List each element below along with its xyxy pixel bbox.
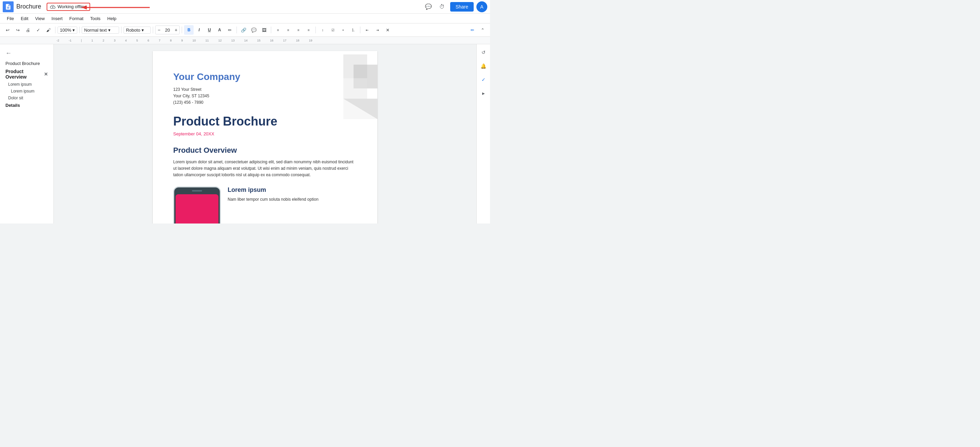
document-title[interactable]: Brochure [16, 3, 41, 10]
decrease-indent[interactable]: ⇤ [363, 25, 372, 35]
menu-format[interactable]: Format [67, 15, 86, 22]
menu-insert[interactable]: Insert [49, 15, 65, 22]
right-panel: ↺ 🔔 ✓ ▶ [476, 44, 490, 224]
phone-mockup [173, 186, 221, 224]
company-address: 123 Your Street Your City, ST 12345 (123… [173, 86, 357, 106]
font-size-value[interactable]: 20 [162, 27, 172, 33]
style-select[interactable]: Normal text ▾ [82, 27, 119, 34]
avatar[interactable]: A [476, 2, 487, 12]
refresh-icon[interactable]: ↺ [478, 47, 489, 58]
sidebar-item-details[interactable]: Details [0, 101, 53, 109]
document-main-title: Product Brochure [173, 114, 357, 129]
sidebar-label: Lorem ipsum [8, 82, 32, 87]
print-button[interactable]: 🖨 [23, 25, 33, 35]
docs-logo [3, 2, 14, 12]
text-color-button[interactable]: A [215, 25, 224, 35]
align-left[interactable]: ≡ [273, 25, 283, 35]
sep6 [237, 27, 237, 33]
phone-screen [176, 194, 218, 224]
highlight-button[interactable]: ✏ [225, 25, 234, 35]
align-center[interactable]: ≡ [283, 25, 293, 35]
checklist[interactable]: ☑ [328, 25, 337, 35]
zoom-value: 100% [60, 27, 71, 33]
sep5 [182, 27, 182, 33]
font-select[interactable]: Roboto ▾ [124, 27, 151, 34]
increase-indent[interactable]: ⇥ [372, 25, 382, 35]
sidebar-item-product-brochure[interactable]: Product Brochure [0, 59, 53, 67]
paintformat-button[interactable]: 🖌 [43, 25, 53, 35]
sep7 [271, 27, 271, 33]
address-line3: (123) 456 - 7890 [173, 100, 204, 105]
ruler: -2 -1 | 1 2 3 4 5 6 7 8 9 10 11 12 13 14… [0, 37, 490, 44]
menu-file[interactable]: File [4, 15, 17, 22]
sidebar-label: Product Brochure [5, 61, 40, 66]
sidebar-label: Dolor sit [8, 95, 23, 100]
menu-help[interactable]: Help [105, 15, 119, 22]
sidebar-back-button[interactable]: ← [0, 48, 53, 59]
comment-button[interactable]: 💬 [423, 2, 434, 12]
sidebar: ← Product Brochure Product Overview ✕ Lo… [0, 44, 54, 224]
sidebar-label: Lorem ipsum [11, 89, 34, 94]
menu-edit[interactable]: Edit [18, 15, 31, 22]
ruler-marks: -2 -1 | 1 2 3 4 5 6 7 8 9 10 11 12 13 14… [56, 39, 312, 42]
zoom-control[interactable]: 100% ▾ [57, 27, 77, 34]
align-right[interactable]: ≡ [294, 25, 303, 35]
image-button[interactable]: 🖼 [259, 25, 269, 35]
bullet-list[interactable]: • [338, 25, 348, 35]
address-line2: Your City, ST 12345 [173, 94, 209, 98]
document-date: September 04, 20XX [173, 131, 357, 137]
sidebar-item-product-overview[interactable]: Product Overview ✕ [0, 67, 53, 81]
bold-button[interactable]: B [184, 25, 194, 35]
font-size-decrease[interactable]: − [156, 25, 162, 34]
redo-button[interactable]: ↪ [13, 25, 22, 35]
spellcheck-button[interactable]: ✓ [33, 25, 43, 35]
collapse-toolbar[interactable]: ⌃ [478, 25, 487, 35]
link-button[interactable]: 🔗 [239, 25, 248, 35]
font-value: Roboto [126, 27, 140, 33]
menubar: File Edit View Insert Format Tools Help [0, 14, 490, 23]
lorem-ipsum-section: Lorem ipsum Nam liber tempor cum soluta … [228, 186, 357, 203]
style-arrow: ▾ [108, 27, 111, 33]
main-area: ← Product Brochure Product Overview ✕ Lo… [0, 44, 490, 224]
style-value: Normal text [84, 27, 107, 33]
italic-button[interactable]: I [194, 25, 204, 35]
font-size-control: − 20 + [155, 25, 180, 34]
edit-mode[interactable]: ✏ [468, 25, 477, 35]
sidebar-label: Details [5, 103, 20, 108]
undo-button[interactable]: ↩ [3, 25, 12, 35]
expand-right[interactable]: ▶ [478, 88, 489, 99]
lorem-ipsum-title: Lorem ipsum [228, 186, 357, 194]
sidebar-item-lorem2[interactable]: Lorem ipsum [0, 88, 53, 95]
sep9 [360, 27, 360, 33]
share-button[interactable]: Share [450, 2, 474, 11]
document-area[interactable]: Your Company 123 Your Street Your City, … [54, 44, 476, 224]
address-line1: 123 Your Street [173, 87, 202, 92]
zoom-arrow: ▾ [73, 27, 75, 33]
page-decoration [309, 51, 377, 119]
clear-formatting[interactable]: ✕ [383, 25, 392, 35]
line-spacing[interactable]: ↕ [318, 25, 327, 35]
menu-tools[interactable]: Tools [88, 15, 103, 22]
section1-title: Product Overview [173, 146, 357, 155]
svg-rect-4 [353, 65, 377, 88]
notifications-icon[interactable]: 🔔 [478, 60, 489, 72]
sidebar-label: Product Overview [5, 69, 44, 80]
offline-label: Working offline [57, 4, 87, 9]
document-page: Your Company 123 Your Street Your City, … [153, 51, 377, 224]
sep8 [315, 27, 316, 33]
comment-button[interactable]: 💬 [249, 25, 259, 35]
history-button[interactable]: ⏱ [437, 2, 447, 12]
sep1 [55, 27, 56, 33]
body-text: Lorem ipsum dolor sit amet, consectetuer… [173, 159, 357, 178]
sidebar-close-icon[interactable]: ✕ [44, 72, 48, 77]
menu-view[interactable]: View [32, 15, 47, 22]
phone-speaker [192, 190, 202, 191]
underline-button[interactable]: U [205, 25, 214, 35]
tasks-icon[interactable]: ✓ [478, 74, 489, 85]
sidebar-item-dolor[interactable]: Dolor sit [0, 95, 53, 101]
numbered-list[interactable]: 1. [348, 25, 358, 35]
font-size-increase[interactable]: + [172, 25, 179, 34]
offline-badge: Working offline [47, 3, 90, 11]
align-justify[interactable]: ≡ [304, 25, 313, 35]
sidebar-item-lorem1[interactable]: Lorem ipsum [0, 81, 53, 88]
